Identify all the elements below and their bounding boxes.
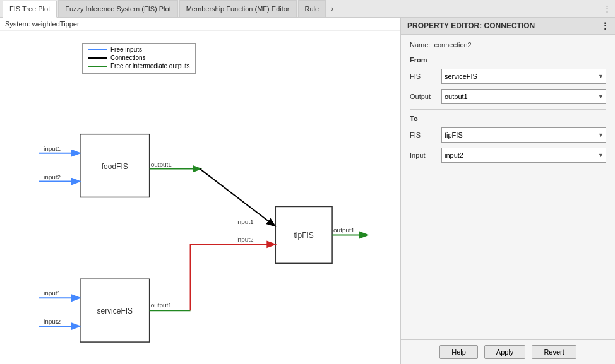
to-input-label: Input: [410, 151, 441, 159]
from-fis-select[interactable]: serviceFIS foodFIS tipFIS: [441, 69, 606, 84]
name-row: Name: connection2: [410, 41, 606, 49]
to-fis-label: FIS: [410, 131, 441, 139]
servicefis-label: serviceFIS: [97, 307, 133, 315]
property-editor-title: PROPERTY EDITOR: CONNECTION: [407, 21, 535, 30]
tab-overflow-button[interactable]: ›: [328, 4, 336, 13]
help-button[interactable]: Help: [439, 345, 478, 359]
main-area: System: weightedTipper Free inputs Conne…: [0, 18, 615, 364]
revert-button[interactable]: Revert: [532, 345, 576, 359]
from-output-label: Output: [410, 93, 441, 100]
from-output-row: Output output1 ▼: [410, 89, 606, 104]
to-input-row: Input input2 input1 ▼: [410, 148, 606, 163]
tab-fis-plot[interactable]: Fuzzy Inference System (FIS) Plot: [58, 0, 178, 17]
property-options-icon[interactable]: ⋮: [601, 21, 609, 30]
foodfis-input2-label: input2: [44, 173, 61, 180]
servicefis-input2-label: input2: [44, 318, 61, 325]
from-section-label: From: [410, 56, 606, 64]
foodfis-input1-label: input1: [44, 145, 61, 152]
servicefis-input1-label: input1: [44, 290, 61, 296]
foodfis-to-tipfis-line: [200, 169, 275, 226]
foodfis-output1-label: output1: [151, 161, 172, 168]
from-fis-label: FIS: [410, 73, 441, 80]
to-fis-select-wrapper: tipFIS foodFIS serviceFIS ▼: [441, 127, 606, 143]
property-editor-footer: Help Apply Revert: [401, 339, 615, 364]
section-divider: [410, 109, 606, 110]
tipfis-output1-label: output1: [333, 226, 355, 233]
from-fis-row: FIS serviceFIS foodFIS tipFIS ▼: [410, 69, 606, 84]
tab-rule[interactable]: Rule: [298, 0, 326, 17]
servicefis-output1-label: output1: [151, 302, 172, 308]
tab-mf-editor[interactable]: Membership Function (MF) Editor: [179, 0, 297, 17]
to-input-select[interactable]: input2 input1: [441, 148, 606, 163]
property-panel: PROPERTY EDITOR: CONNECTION ⋮ Name: conn…: [400, 18, 615, 364]
fis-canvas: foodFIS serviceFIS tipFIS input1 input2 …: [0, 37, 400, 364]
from-fis-select-wrapper: serviceFIS foodFIS tipFIS ▼: [441, 69, 606, 84]
foodfis-label: foodFIS: [102, 162, 128, 171]
fis-panel: System: weightedTipper Free inputs Conne…: [0, 18, 400, 364]
tipfis-input2-label: input2: [236, 236, 254, 243]
name-value: connection2: [434, 41, 471, 49]
to-fis-select[interactable]: tipFIS foodFIS serviceFIS: [441, 127, 606, 143]
from-output-select-wrapper: output1 ▼: [441, 89, 606, 104]
tab-fis-tree[interactable]: FIS Tree Plot: [3, 1, 57, 18]
tab-bar: FIS Tree Plot Fuzzy Inference System (FI…: [0, 0, 615, 18]
servicefis-to-tipfis-line: [191, 244, 275, 310]
apply-button[interactable]: Apply: [484, 345, 526, 359]
property-editor-header: PROPERTY EDITOR: CONNECTION ⋮: [401, 18, 615, 35]
diagram-svg: foodFIS serviceFIS tipFIS input1 input2 …: [0, 37, 400, 364]
tipfis-label: tipFIS: [294, 231, 314, 240]
tab-options-button[interactable]: ⋮: [599, 4, 615, 13]
property-editor-content: Name: connection2 From FIS serviceFIS fo…: [401, 35, 615, 339]
from-output-select[interactable]: output1: [441, 89, 606, 104]
name-label: Name:: [410, 41, 430, 49]
tipfis-input1-label: input1: [236, 218, 254, 225]
system-label: System: weightedTipper: [0, 18, 400, 31]
to-input-select-wrapper: input2 input1 ▼: [441, 148, 606, 163]
to-fis-row: FIS tipFIS foodFIS serviceFIS ▼: [410, 127, 606, 143]
to-section-label: To: [410, 115, 606, 122]
